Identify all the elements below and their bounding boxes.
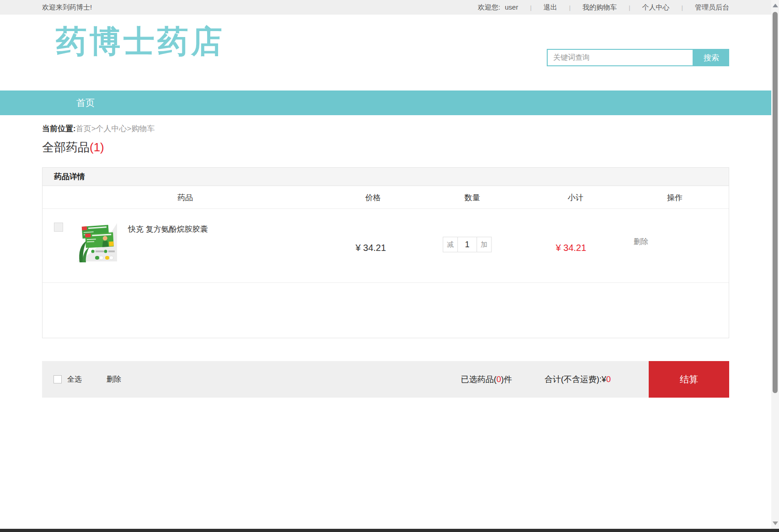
scroll-down-icon[interactable] [773, 521, 778, 525]
nav-item-home[interactable]: 首页 [51, 90, 120, 115]
user-greeting: 欢迎您: user [478, 3, 518, 12]
delete-selected-link[interactable]: 删除 [107, 361, 121, 398]
product-subtotal: ¥ 34.21 [556, 243, 587, 253]
search-input[interactable] [547, 49, 694, 66]
welcome-text: 欢迎来到药博士! [42, 3, 92, 12]
column-header-product: 药品 [177, 192, 193, 202]
item-count-badge: (1) [90, 140, 104, 154]
vertical-scrollbar[interactable] [771, 0, 779, 529]
total-price-text: 合计(不含运费):¥0 [544, 361, 611, 398]
divider: | [629, 4, 630, 11]
product-name[interactable]: 快克 复方氨酚烷胺胶囊 [128, 224, 208, 234]
item-checkbox[interactable] [54, 223, 63, 232]
breadcrumb-path[interactable]: 首页>个人中心>购物车 [76, 124, 155, 133]
selected-count: 0 [496, 375, 501, 384]
topbar: 欢迎来到药博士! 欢迎您: user | 退出 | 我的购物车 | 个人中心 |… [0, 0, 771, 15]
table-empty-area [43, 283, 729, 338]
table-section-title: 药品详情 [43, 168, 729, 186]
scroll-up-icon[interactable] [773, 4, 778, 7]
cart-item-row: 快克 复方氨酚烷胺胶囊 ¥ 34.21 减 加 ¥ 34.21 删除 [43, 209, 729, 283]
column-header-subtotal: 小计 [568, 192, 583, 202]
page-title: 全部药品(1) [42, 139, 729, 155]
divider: | [682, 4, 683, 11]
user-center-link[interactable]: 个人中心 [642, 3, 670, 12]
divider: | [530, 4, 531, 11]
browser-page: 欢迎来到药博士! 欢迎您: user | 退出 | 我的购物车 | 个人中心 |… [0, 0, 771, 529]
page-title-text: 全部药品 [42, 140, 90, 154]
column-header-price: 价格 [365, 192, 381, 202]
checkout-button[interactable]: 结算 [649, 361, 729, 398]
main-nav: 首页 [0, 90, 771, 115]
delete-item-link[interactable]: 删除 [634, 237, 648, 247]
quantity-stepper: 减 加 [443, 237, 492, 252]
breadcrumb: 当前位置:首页>个人中心>购物车 [42, 123, 729, 134]
divider: | [569, 4, 571, 11]
product-image[interactable] [77, 221, 117, 262]
logout-link[interactable]: 退出 [544, 3, 557, 12]
column-header-action: 操作 [667, 192, 683, 202]
search-button[interactable]: 搜索 [694, 49, 729, 66]
selected-suffix: )件 [501, 375, 512, 384]
breadcrumb-prefix: 当前位置: [42, 124, 76, 133]
taskbar-edge [0, 529, 779, 532]
greeting-label: 欢迎您: [478, 3, 500, 12]
column-header-quantity: 数量 [464, 192, 480, 202]
quantity-minus-button[interactable]: 减 [443, 237, 458, 252]
product-price: ¥ 34.21 [356, 243, 386, 253]
selected-prefix: 已选药品( [461, 375, 496, 384]
select-all-label[interactable]: 全选 [67, 361, 82, 398]
my-cart-link[interactable]: 我的购物车 [582, 3, 617, 12]
cart-table: 药品详情 药品 价格 数量 小计 操作 [42, 167, 729, 338]
site-logo[interactable]: 药博士药店 [56, 25, 225, 58]
select-all-checkbox[interactable] [53, 375, 62, 383]
table-header-row: 药品 价格 数量 小计 操作 [43, 186, 729, 209]
site-header: 药博士药店 搜索 [0, 15, 771, 90]
quantity-plus-button[interactable]: 加 [477, 237, 492, 252]
total-label: 合计(不含运费):¥ [544, 375, 606, 384]
total-value: 0 [606, 375, 611, 384]
search-bar: 搜索 [547, 49, 729, 66]
admin-backend-link[interactable]: 管理员后台 [695, 3, 729, 12]
checkout-bar: 全选 删除 已选药品(0)件 合计(不含运费):¥0 结算 [42, 361, 729, 398]
selected-count-text: 已选药品(0)件 [461, 361, 512, 398]
scrollbar-thumb[interactable] [773, 12, 778, 393]
quantity-input[interactable] [458, 237, 477, 252]
username-text: user [505, 3, 518, 12]
